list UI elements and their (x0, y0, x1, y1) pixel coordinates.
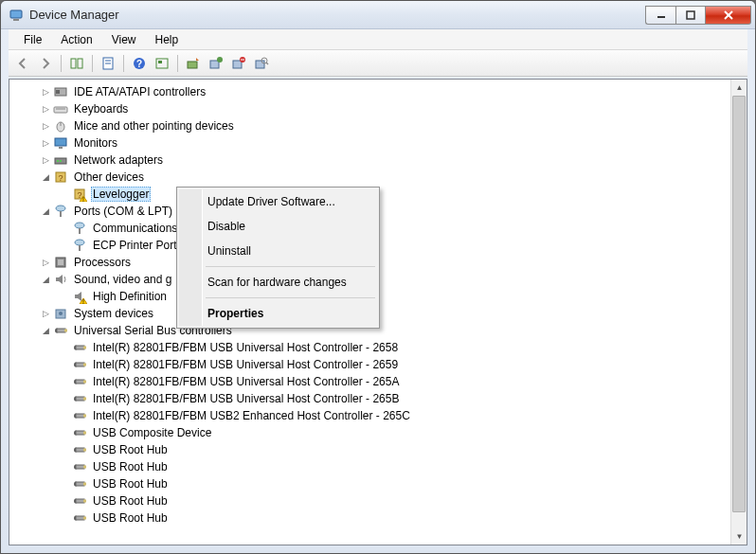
svg-rect-16 (210, 61, 219, 68)
tree-node[interactable]: USB Root Hub (13, 492, 747, 509)
svg-rect-42 (60, 211, 62, 217)
expand-icon[interactable]: ▷ (40, 257, 51, 268)
expand-icon[interactable]: ▷ (40, 308, 51, 319)
menu-view[interactable]: View (102, 31, 146, 48)
tree-node[interactable]: ?!Levelogger (13, 186, 747, 203)
svg-point-43 (75, 223, 84, 228)
tree-node[interactable]: ▷IDE ATA/ATAPI controllers (13, 83, 747, 100)
tree-node[interactable]: ◢?Other devices (13, 169, 747, 186)
svg-rect-6 (71, 59, 76, 68)
svg-point-41 (56, 206, 65, 211)
scan-hardware-button[interactable] (251, 53, 272, 74)
tree-node[interactable]: USB Root Hub (13, 475, 747, 492)
scroll-up-icon[interactable]: ▲ (731, 80, 747, 96)
tree-node[interactable]: ▷Network adapters (13, 152, 747, 169)
svg-rect-26 (54, 107, 67, 113)
tree-node[interactable]: Intel(R) 82801FB/FBM USB Universal Host … (13, 373, 747, 390)
svg-rect-68 (76, 397, 84, 401)
context-menu-item[interactable]: Properties (179, 301, 377, 326)
other-icon: ? (53, 170, 68, 185)
tree-node-label: Mice and other pointing devices (72, 119, 236, 133)
svg-rect-21 (256, 61, 264, 68)
tree-node[interactable]: Communications (13, 220, 747, 237)
svg-rect-44 (79, 228, 81, 234)
expand-icon[interactable]: ▷ (40, 120, 51, 132)
tree-node[interactable]: Intel(R) 82801FB/FBM USB Universal Host … (13, 356, 747, 373)
svg-rect-14 (158, 61, 162, 63)
context-menu-item[interactable]: Update Driver Software... (179, 189, 377, 214)
expand-icon[interactable]: ▷ (40, 137, 51, 149)
tree-node[interactable]: ◢Universal Serial Bus controllers (13, 322, 747, 339)
tree-node[interactable]: ▷Mice and other pointing devices (13, 117, 747, 134)
svg-rect-57 (64, 330, 67, 332)
menu-file[interactable]: File (14, 31, 51, 48)
context-menu-item[interactable]: Scan for hardware changes (179, 270, 377, 295)
tree-node[interactable]: ▷Monitors (13, 134, 747, 152)
tree-node-label: USB Root Hub (91, 443, 170, 456)
tree-node-label: Intel(R) 82801FB/FBM USB Universal Host … (91, 375, 401, 388)
forward-button[interactable] (35, 53, 56, 74)
scroll-down-icon[interactable]: ▼ (731, 528, 747, 545)
minimize-button[interactable] (645, 6, 675, 25)
uninstall-button[interactable] (206, 53, 226, 74)
svg-text:!: ! (82, 196, 84, 202)
context-menu-item[interactable]: Disable (179, 214, 377, 239)
tree-node[interactable]: USB Root Hub (13, 509, 747, 527)
vertical-scrollbar[interactable]: ▲ ▼ (730, 80, 747, 545)
svg-rect-90 (83, 517, 86, 520)
svg-rect-48 (58, 259, 63, 265)
tree-node-label: System devices (72, 307, 155, 320)
titlebar[interactable]: Device Manager (1, 1, 755, 29)
tree-node[interactable]: ▷System devices (13, 305, 747, 322)
expand-icon[interactable]: ◢ (40, 274, 51, 285)
tree-node-label: IDE ATA/ATAPI controllers (72, 85, 207, 98)
svg-rect-30 (55, 138, 66, 146)
tree-node[interactable]: ▷Keyboards (13, 100, 747, 117)
svg-point-34 (60, 160, 62, 162)
tree-node[interactable]: USB Root Hub (13, 458, 747, 475)
tree-node[interactable]: USB Composite Device (13, 424, 747, 441)
sys-icon (53, 306, 68, 321)
tree-node[interactable]: ◢Ports (COM & LPT) (13, 203, 747, 220)
net-icon (53, 152, 68, 168)
expand-icon[interactable]: ▷ (40, 86, 51, 98)
expand-icon[interactable]: ◢ (40, 325, 51, 336)
expand-icon[interactable]: ▷ (40, 103, 51, 115)
close-button[interactable] (706, 6, 751, 25)
tree-node[interactable]: Intel(R) 82801FB/FBM USB2 Enhanced Host … (13, 407, 747, 424)
expand-icon[interactable]: ▷ (40, 154, 51, 166)
menu-action[interactable]: Action (51, 31, 101, 48)
maximize-button[interactable] (675, 6, 706, 25)
tree-node[interactable]: ▷Processors (13, 254, 747, 271)
refresh-button[interactable] (152, 53, 172, 74)
menu-help[interactable]: Help (146, 31, 189, 48)
tree-node[interactable]: Intel(R) 82801FB/FBM USB Universal Host … (13, 339, 747, 356)
disable-button[interactable] (228, 53, 249, 74)
svg-rect-46 (79, 245, 81, 251)
expand-icon (59, 427, 70, 438)
usb-icon (53, 323, 68, 338)
toolbar-separator (123, 55, 124, 72)
expand-icon[interactable]: ◢ (40, 171, 51, 183)
mouse-icon (53, 118, 68, 134)
tree-node[interactable]: ◢Sound, video and g (13, 271, 747, 288)
context-menu-item[interactable]: Uninstall (179, 239, 377, 263)
update-driver-button[interactable] (183, 53, 204, 74)
svg-rect-87 (83, 500, 86, 503)
svg-marker-50 (75, 292, 81, 301)
tree-node[interactable]: !High Definition (13, 288, 747, 305)
tree-node[interactable]: USB Root Hub (13, 441, 747, 458)
context-menu-gutter (179, 189, 203, 326)
usb-icon (72, 357, 87, 372)
scroll-thumb[interactable] (732, 96, 746, 512)
show-hide-button[interactable] (66, 53, 87, 74)
tree-node[interactable]: Intel(R) 82801FB/FBM USB Universal Host … (13, 390, 747, 407)
tree-node-label: USB Root Hub (91, 460, 170, 474)
expand-icon[interactable]: ◢ (40, 206, 51, 217)
port-icon (53, 204, 68, 219)
properties-button[interactable] (98, 53, 118, 74)
help-button[interactable]: ? (129, 53, 150, 74)
tree-node[interactable]: ECP Printer Port (13, 237, 747, 254)
back-button[interactable] (12, 53, 33, 74)
kb-icon (53, 101, 68, 116)
